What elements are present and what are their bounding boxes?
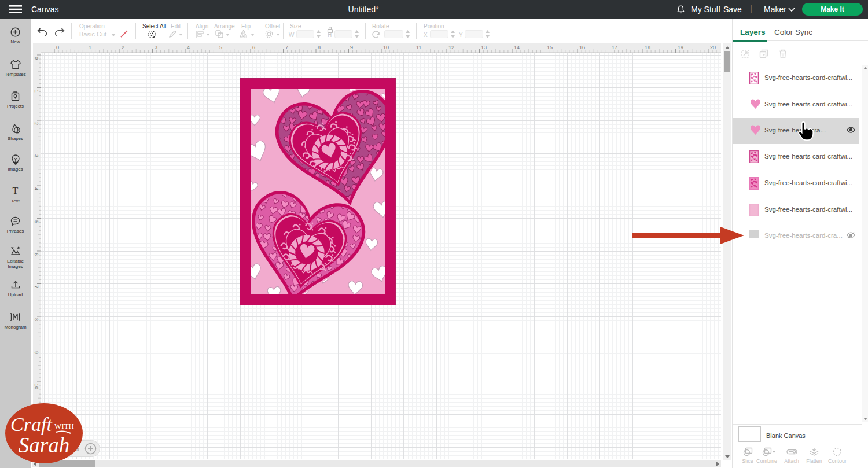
svg-text:WITH: WITH <box>54 422 74 430</box>
svg-text:T: T <box>13 186 19 195</box>
svg-text:Sarah: Sarah <box>19 433 69 457</box>
svg-text:Craft: Craft <box>10 414 53 435</box>
